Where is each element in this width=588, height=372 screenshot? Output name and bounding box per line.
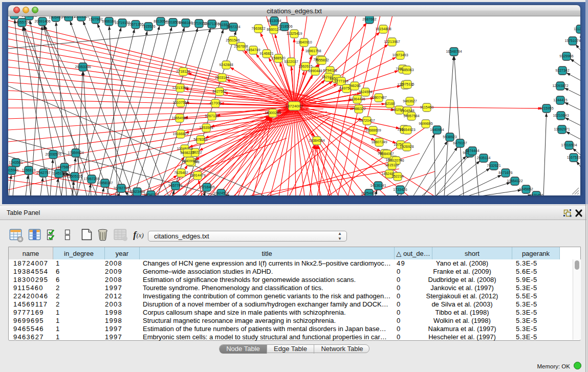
- svg-text:16154808: 16154808: [375, 27, 391, 31]
- svg-text:9329966: 9329966: [559, 54, 573, 58]
- svg-text:12923468: 12923468: [129, 190, 145, 193]
- svg-text:(x): (x): [137, 232, 144, 239]
- svg-text:2942757: 2942757: [36, 171, 50, 174]
- svg-text:12093872: 12093872: [552, 84, 568, 87]
- svg-text:10654122: 10654122: [507, 179, 522, 183]
- svg-text:17957255: 17957255: [83, 177, 99, 181]
- svg-text:21364436: 21364436: [349, 97, 365, 101]
- svg-text:5322037: 5322037: [284, 60, 298, 63]
- svg-text:13692971: 13692971: [554, 127, 570, 131]
- svg-text:1905491: 1905491: [49, 16, 62, 19]
- svg-text:14055724: 14055724: [14, 20, 30, 24]
- svg-text:16914479: 16914479: [189, 173, 205, 177]
- svg-text:2567608: 2567608: [234, 45, 248, 48]
- svg-text:3215955: 3215955: [539, 106, 553, 110]
- svg-text:8813054: 8813054: [267, 19, 281, 23]
- svg-text:7986322: 7986322: [352, 107, 365, 111]
- svg-text:252214: 252214: [391, 174, 403, 178]
- svg-text:13640910: 13640910: [296, 40, 312, 44]
- svg-text:19411502: 19411502: [21, 16, 37, 17]
- svg-text:7515526: 7515526: [141, 25, 155, 28]
- svg-text:7625402: 7625402: [174, 171, 188, 174]
- svg-text:9699695: 9699695: [419, 122, 432, 125]
- svg-text:8954012: 8954012: [144, 193, 158, 196]
- svg-text:1156819: 1156819: [22, 168, 36, 172]
- svg-text:7632621: 7632621: [487, 164, 500, 167]
- svg-text:1588520: 1588520: [271, 56, 285, 60]
- svg-text:12505135: 12505135: [67, 174, 82, 178]
- svg-text:20206576: 20206576: [45, 152, 61, 156]
- svg-text:6794028: 6794028: [323, 69, 337, 72]
- svg-text:1733426: 1733426: [393, 188, 407, 191]
- svg-text:15409949: 15409949: [182, 159, 198, 163]
- svg-text:19654985: 19654985: [171, 116, 187, 120]
- svg-text:2718126: 2718126: [176, 70, 190, 73]
- svg-text:9474444: 9474444: [465, 149, 479, 152]
- svg-text:8454749: 8454749: [246, 48, 260, 52]
- svg-text:15720407: 15720407: [359, 119, 375, 122]
- svg-text:2975115: 2975115: [401, 82, 415, 86]
- svg-text:19384554: 19384554: [309, 139, 324, 142]
- svg-text:5498222: 5498222: [180, 151, 194, 155]
- svg-text:9777169: 9777169: [334, 79, 348, 83]
- svg-text:1640954: 1640954: [430, 128, 444, 132]
- svg-text:29053346: 29053346: [75, 65, 91, 69]
- svg-text:16548784: 16548784: [446, 50, 462, 53]
- svg-text:9242848: 9242848: [219, 63, 233, 67]
- svg-text:10107554: 10107554: [172, 101, 188, 104]
- svg-text:1362615: 1362615: [298, 64, 312, 68]
- svg-text:10924502: 10924502: [213, 191, 229, 195]
- svg-text:6479197: 6479197: [453, 141, 467, 145]
- svg-text:9463627: 9463627: [403, 99, 417, 103]
- svg-text:2687682: 2687682: [362, 17, 376, 21]
- svg-text:5878354: 5878354: [193, 138, 207, 141]
- svg-text:3957224: 3957224: [226, 25, 240, 29]
- svg-text:17016504: 17016504: [561, 143, 577, 147]
- svg-text:8427552: 8427552: [212, 90, 226, 93]
- svg-text:15716485: 15716485: [199, 185, 214, 189]
- svg-text:16254801: 16254801: [361, 191, 377, 195]
- svg-text:9245652: 9245652: [519, 187, 533, 191]
- svg-text:9084067: 9084067: [380, 152, 394, 156]
- svg-text:62160: 62160: [385, 102, 395, 105]
- svg-text:9115460: 9115460: [420, 105, 434, 109]
- svg-text:10807487: 10807487: [371, 96, 386, 99]
- svg-text:9227342: 9227342: [555, 69, 569, 72]
- svg-text:19166822: 19166822: [172, 132, 188, 136]
- svg-text:16210643: 16210643: [553, 114, 569, 117]
- svg-text:8660124: 8660124: [267, 28, 280, 31]
- svg-text:2551546: 2551546: [226, 38, 239, 42]
- svg-text:18724007: 18724007: [285, 104, 303, 108]
- svg-text:1527602: 1527602: [89, 17, 102, 21]
- svg-text:8870456: 8870456: [529, 193, 543, 196]
- svg-text:10958107: 10958107: [97, 181, 113, 185]
- svg-text:1167533: 1167533: [567, 156, 580, 159]
- svg-text:12213967: 12213967: [384, 40, 400, 43]
- svg-text:9975867: 9975867: [57, 165, 71, 169]
- svg-text:12213369: 12213369: [172, 86, 188, 90]
- svg-text:5938923: 5938923: [443, 135, 456, 139]
- svg-text:417006: 417006: [209, 101, 221, 105]
- svg-text:20691406: 20691406: [34, 19, 50, 23]
- svg-text:3915941: 3915941: [8, 168, 19, 172]
- svg-text:11325419: 11325419: [287, 32, 302, 35]
- svg-text:1615112: 1615112: [385, 163, 399, 167]
- svg-text:1353594: 1353594: [199, 126, 213, 129]
- svg-text:9146821: 9146821: [259, 52, 273, 55]
- svg-text:17359924: 17359924: [68, 151, 83, 155]
- svg-text:1244415: 1244415: [553, 98, 567, 102]
- svg-text:16961758: 16961758: [305, 49, 321, 53]
- svg-text:3624554: 3624554: [358, 90, 372, 94]
- svg-text:8471676: 8471676: [498, 171, 512, 174]
- svg-text:18300295: 18300295: [265, 111, 280, 115]
- svg-text:10688609: 10688609: [365, 128, 381, 132]
- svg-text:10973493: 10973493: [392, 53, 408, 57]
- svg-text:14136141: 14136141: [370, 184, 386, 187]
- svg-text:6990448: 6990448: [308, 69, 322, 73]
- svg-text:2935114: 2935114: [477, 156, 491, 160]
- svg-text:3267130: 3267130: [205, 114, 219, 118]
- svg-text:18607249: 18607249: [371, 140, 387, 144]
- svg-text:1243501: 1243501: [9, 161, 23, 164]
- svg-text:1926928: 1926928: [400, 145, 413, 148]
- svg-text:746266: 746266: [349, 84, 360, 87]
